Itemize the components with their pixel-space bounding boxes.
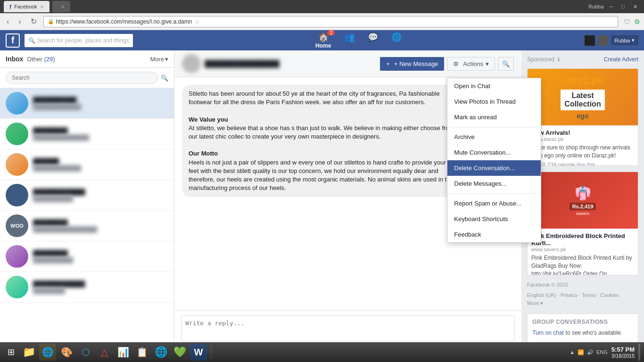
taskbar-sep (211, 346, 211, 359)
turn-on-chat-btn[interactable]: Turn on chat (532, 329, 564, 336)
taskbar-file-explorer[interactable]: 📁 (20, 344, 37, 361)
conversation-search-btn[interactable]: 🔍 (498, 57, 514, 71)
fb-logo: f (6, 33, 20, 48)
start-button[interactable]: ⊞ (4, 345, 18, 359)
inactive-tab-close[interactable]: ✕ (61, 4, 65, 9)
mute-conversation-item[interactable]: Mute Conversation... (447, 145, 541, 160)
ad-image-1: daraz.pk LatestCollection ego (528, 69, 638, 125)
taskbar-vs[interactable]: 📊 (115, 344, 132, 361)
inactive-tab[interactable]: ✕ (52, 1, 70, 12)
footer-link-privacy[interactable]: Privacy (561, 292, 578, 298)
address-input[interactable]: 🔒 https://www.facebook.com/messages/l.no… (43, 16, 618, 27)
reply-textarea[interactable] (181, 315, 515, 341)
conversation-avatar (182, 54, 201, 73)
ad-card-1[interactable]: daraz.pk LatestCollection ego New Arriva… (527, 68, 638, 166)
close-btn[interactable]: ✕ (630, 3, 640, 11)
home-nav-btn[interactable]: 🏠 Home 2 (311, 30, 336, 51)
star-icon[interactable]: ☆ (195, 18, 200, 25)
fb-nav-center: 🏠 Home 2 👥 💬 🌐 (138, 30, 580, 51)
fb-search-box[interactable]: 🔍 (25, 34, 133, 47)
message-search-input[interactable] (6, 72, 158, 84)
sponsored-text: Sponsored (527, 56, 554, 63)
taskbar-paint[interactable]: 🎨 (58, 344, 75, 361)
clock-date: 3/18/2015 (611, 353, 635, 359)
forward-btn[interactable]: › (16, 16, 24, 27)
taskbar-browser[interactable]: 🌐 (39, 344, 56, 361)
ad-card-2[interactable]: 👘 Rs.2,419 savers Pink Embroidered Block… (527, 172, 638, 275)
refresh-btn[interactable]: ↻ (28, 16, 40, 27)
list-item[interactable]: ████████ ██████████ (0, 241, 174, 272)
other-label[interactable]: Other (29) (27, 56, 55, 63)
messages-nav-btn[interactable]: 💬 (363, 30, 383, 51)
ad-body-2: Pink Embroidered Block Printed Kurti... … (528, 229, 638, 275)
show-hidden-icons[interactable]: ▲ (570, 349, 575, 355)
taskbar-chrome[interactable]: 🌐 (152, 344, 169, 361)
clock-time: 5:57 PM (611, 346, 635, 353)
list-item[interactable]: ████████ ██████████████ (0, 119, 174, 149)
report-spam-item[interactable]: Report Spam or Abuse... (447, 196, 541, 211)
new-message-btn[interactable]: + + New Message (380, 57, 444, 71)
group-conv-title: GROUP CONVERSATIONS (532, 319, 633, 325)
msg-name: ████████ (33, 219, 168, 226)
message-search-icon: 🔍 (161, 74, 168, 82)
feedback-item[interactable]: Feedback (447, 227, 541, 242)
keyboard-shortcuts-item[interactable]: Keyboard Shortcuts (447, 211, 541, 227)
taskbar-matlab[interactable]: △ (96, 344, 113, 361)
msg-preview: ████████████ (33, 165, 168, 172)
mark-unread-item[interactable]: Mark as unread (447, 109, 541, 125)
friends-nav-btn[interactable]: 👥 (339, 30, 359, 51)
create-advert-btn[interactable]: Create Advert (604, 56, 638, 63)
inbox-label: Inbox (6, 55, 23, 63)
sponsored-label: Sponsored ℹ (527, 56, 560, 63)
msg-info: ████████ ████████████████ (33, 219, 168, 233)
footer-link-english[interactable]: English (UK) (527, 292, 556, 298)
taskbar-app1[interactable]: 📋 (133, 344, 150, 361)
taskbar-word[interactable]: W (190, 344, 207, 361)
messages-sidebar: Inbox Other (29) More ▾ 🔍 ██████████ ███… (0, 50, 174, 362)
tab-close-btn[interactable]: ✕ (40, 4, 44, 9)
profile-color-box-2 (598, 35, 608, 46)
delete-conversation-item[interactable]: Delete Conversation... (447, 160, 541, 176)
avatar (6, 153, 28, 176)
fb-footer: Facebook © 2015 English (UK) · Privacy ·… (527, 281, 638, 308)
active-tab[interactable]: f Facebook ✕ (4, 1, 50, 12)
msg-name: ████████ (33, 250, 168, 257)
address-icons: ☆ (195, 18, 200, 25)
back-btn[interactable]: ‹ (4, 16, 12, 27)
msg-preview: ████████████ (33, 104, 168, 110)
list-item[interactable]: ████████████ ██████████ (0, 180, 174, 211)
notifications-nav-btn[interactable]: 🌐 (387, 30, 406, 51)
list-item[interactable]: ████████████ ████████ (0, 272, 174, 303)
main-content: Inbox Other (29) More ▾ 🔍 ██████████ ███… (0, 50, 644, 362)
system-clock: 5:57 PM 3/18/2015 (611, 346, 635, 359)
more-chevron-icon: ▾ (165, 56, 168, 63)
maximize-btn[interactable]: □ (619, 3, 627, 10)
incoming-message: Stiletto has been around for about 50 ye… (182, 85, 464, 197)
footer-link-cookies[interactable]: Cookies (600, 292, 619, 298)
gear-icon: ⚙ (453, 60, 459, 67)
open-in-chat-item[interactable]: Open in Chat (447, 78, 541, 94)
archive-item[interactable]: Archive (447, 129, 541, 145)
taskbar-unity[interactable]: ⬡ (77, 344, 94, 361)
profile-dropdown-btn[interactable]: Rubba ▾ (611, 35, 638, 45)
ad-price: Rs.2,419 (570, 203, 596, 210)
list-item[interactable]: ██████████ ████████████ (0, 88, 174, 119)
view-photos-item[interactable]: View Photos in Thread (447, 94, 541, 109)
taskbar-utorrent[interactable]: 💚 (171, 344, 188, 361)
actions-btn[interactable]: ⚙ Actions ▾ (447, 57, 495, 71)
more-btn[interactable]: More ▾ (150, 56, 168, 63)
show-desktop-btn[interactable] (638, 344, 640, 361)
volume-icon: 🔊 (587, 349, 594, 355)
list-item[interactable]: ██████ ████████████ (0, 149, 174, 180)
footer-link-terms[interactable]: Terms (582, 292, 596, 298)
delete-messages-item[interactable]: Delete Messages... (447, 176, 541, 191)
footer-more[interactable]: More ▾ (527, 299, 638, 308)
search-input[interactable] (37, 37, 129, 44)
message-section-1: We Value youAt stiletto, we believe that… (189, 115, 457, 141)
list-item[interactable]: WOO ████████ ████████████████ (0, 211, 174, 241)
minimize-btn[interactable]: ─ (607, 3, 616, 10)
ad-sub-brand: ego (561, 112, 604, 120)
msg-name: ████████████ (33, 280, 168, 288)
more-label: More (150, 56, 164, 63)
new-message-label: + New Message (394, 60, 438, 67)
